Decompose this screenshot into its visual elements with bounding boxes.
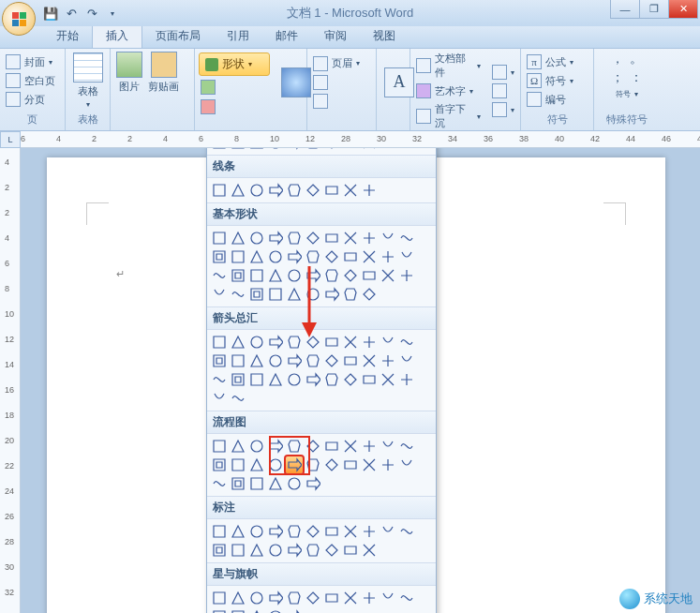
shape-item[interactable]: [248, 267, 265, 284]
header-button[interactable]: 页眉 ▾: [311, 55, 362, 72]
object-button[interactable]: ▾: [490, 101, 516, 118]
shape-item[interactable]: [211, 390, 228, 407]
tab-view[interactable]: 视图: [360, 24, 409, 48]
shape-item[interactable]: [267, 352, 284, 369]
shape-item[interactable]: [380, 352, 396, 369]
cover-page-button[interactable]: 封面 ▾: [4, 53, 57, 70]
shape-item[interactable]: [286, 334, 303, 351]
shape-item[interactable]: [248, 248, 265, 265]
shape-item[interactable]: [230, 590, 246, 606]
shape-item[interactable]: [398, 371, 415, 388]
shape-item[interactable]: [267, 456, 284, 473]
shape-item[interactable]: [211, 148, 228, 151]
shape-item[interactable]: [361, 334, 378, 351]
punct-colon[interactable]: ：: [630, 69, 643, 86]
shape-item[interactable]: [342, 267, 359, 284]
shape-item[interactable]: [267, 248, 284, 265]
shape-item[interactable]: [342, 438, 359, 455]
tab-home[interactable]: 开始: [43, 24, 92, 48]
shape-item[interactable]: [286, 148, 303, 151]
shape-item[interactable]: [286, 542, 303, 559]
shape-item[interactable]: [323, 182, 340, 199]
shape-item[interactable]: [230, 608, 246, 613]
shape-item[interactable]: [323, 456, 340, 473]
shapes-button[interactable]: 形状 ▾: [199, 52, 270, 76]
shape-item[interactable]: [230, 523, 246, 540]
tab-insert[interactable]: 插入: [92, 23, 142, 48]
equation-button[interactable]: π公式 ▾: [525, 53, 575, 70]
shape-item[interactable]: [248, 523, 265, 540]
shape-item[interactable]: [305, 248, 321, 265]
shape-item[interactable]: [342, 523, 359, 540]
shape-item[interactable]: [230, 248, 246, 265]
shape-item[interactable]: [248, 182, 265, 199]
shape-item[interactable]: [380, 334, 396, 351]
shape-item[interactable]: [342, 542, 359, 559]
shape-item[interactable]: [286, 590, 303, 606]
punct-semicolon[interactable]: ；: [611, 69, 624, 86]
shape-item[interactable]: [398, 352, 415, 369]
shape-item[interactable]: [286, 371, 303, 388]
shape-item[interactable]: [323, 148, 340, 151]
shape-item[interactable]: [305, 286, 321, 303]
redo-icon[interactable]: ↷: [84, 6, 99, 21]
shape-item[interactable]: [211, 475, 228, 492]
shape-item[interactable]: [286, 230, 303, 247]
save-icon[interactable]: 💾: [43, 6, 58, 21]
shape-item[interactable]: [248, 438, 265, 455]
shape-item[interactable]: [398, 456, 415, 473]
maximize-button[interactable]: ❐: [639, 0, 669, 19]
shape-item[interactable]: [323, 267, 340, 284]
shape-item[interactable]: [398, 590, 415, 606]
shape-item[interactable]: [286, 248, 303, 265]
footer-button[interactable]: [311, 74, 362, 91]
shape-item[interactable]: [248, 334, 265, 351]
punct-period[interactable]: 。: [630, 51, 643, 67]
shape-item[interactable]: [380, 371, 396, 388]
shape-item[interactable]: [267, 542, 284, 559]
shape-item[interactable]: [305, 182, 321, 199]
shape-item[interactable]: [211, 182, 228, 199]
shape-item[interactable]: [398, 523, 415, 540]
shape-item[interactable]: [323, 334, 340, 351]
page-break-button[interactable]: 分页: [4, 91, 57, 108]
shape-item[interactable]: [230, 390, 246, 407]
shape-item[interactable]: [323, 286, 340, 303]
shape-item[interactable]: [248, 371, 265, 388]
shape-item[interactable]: [211, 523, 228, 540]
shape-item[interactable]: [230, 267, 246, 284]
shape-item[interactable]: [398, 230, 415, 247]
shape-item[interactable]: [248, 352, 265, 369]
qat-more-icon[interactable]: ▾: [105, 6, 120, 21]
shape-item[interactable]: [230, 371, 246, 388]
shape-item[interactable]: [286, 438, 303, 455]
shape-item[interactable]: [323, 371, 340, 388]
shape-item[interactable]: [380, 148, 396, 151]
undo-icon[interactable]: ↶: [64, 6, 79, 21]
shape-item[interactable]: [211, 542, 228, 559]
shape-item[interactable]: [361, 352, 378, 369]
tab-review[interactable]: 审阅: [311, 24, 360, 48]
shape-item[interactable]: [211, 286, 228, 303]
shape-item[interactable]: [305, 371, 321, 388]
shape-item[interactable]: [211, 352, 228, 369]
shape-item[interactable]: [323, 230, 340, 247]
shape-item[interactable]: [211, 608, 228, 613]
shape-item[interactable]: [267, 267, 284, 284]
shape-item[interactable]: [305, 148, 321, 151]
shape-item[interactable]: [323, 542, 340, 559]
shape-item[interactable]: [248, 286, 265, 303]
shape-item[interactable]: [342, 590, 359, 606]
shape-item[interactable]: [248, 148, 265, 151]
pagenum-button[interactable]: [311, 93, 362, 110]
shape-item[interactable]: [380, 230, 396, 247]
shape-item[interactable]: [267, 475, 284, 492]
tab-mailings[interactable]: 邮件: [262, 24, 311, 48]
smartart-button[interactable]: [199, 79, 270, 96]
shape-item[interactable]: [286, 182, 303, 199]
shape-item[interactable]: [398, 438, 415, 455]
shape-item[interactable]: [267, 286, 284, 303]
shape-item[interactable]: [248, 475, 265, 492]
shape-item[interactable]: [248, 542, 265, 559]
shape-item[interactable]: [248, 590, 265, 606]
